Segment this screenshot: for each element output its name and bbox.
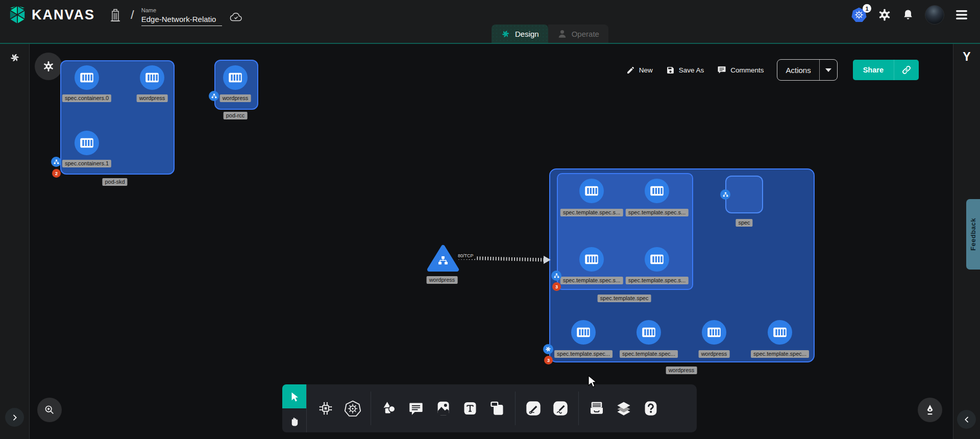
pen-path-tool[interactable] (522, 397, 545, 420)
toolbar-divider (371, 392, 371, 425)
copy-link-button[interactable] (894, 60, 919, 80)
node-container-template-1[interactable] (645, 179, 669, 203)
kanvas-logo-icon (8, 5, 27, 25)
select-tool-button[interactable] (282, 384, 306, 408)
magnifier-plus-icon (44, 404, 55, 416)
pan-hand-tool-button[interactable] (282, 408, 306, 432)
kanvas-logo[interactable]: KANVAS (8, 5, 95, 25)
text-tool[interactable] (458, 397, 482, 420)
note-tool[interactable] (485, 397, 509, 420)
dropdown-caret-icon (825, 68, 831, 72)
user-avatar[interactable] (925, 5, 944, 25)
node-container-deploy-0[interactable] (571, 320, 596, 345)
edge-port-label: 80/TCP (456, 253, 475, 259)
pencil-scribble-icon (552, 400, 569, 417)
comment-bubble-icon (408, 401, 424, 416)
node-container-template-3[interactable] (645, 247, 669, 272)
question-icon (643, 400, 659, 417)
shapes-tool[interactable] (377, 397, 401, 420)
kubernetes-context-count-badge: 1 (863, 4, 871, 13)
kubernetes-components-tool[interactable] (341, 397, 364, 420)
actions-dropdown-button[interactable] (819, 60, 837, 80)
node-container-wordpress[interactable] (140, 65, 164, 90)
group-label-deployment: wordpress (666, 367, 697, 374)
chip-icon (318, 401, 333, 416)
canvas-gear-button[interactable] (35, 53, 62, 80)
whiteboard-pen-button[interactable] (918, 398, 942, 422)
node-container-template-0[interactable] (579, 179, 604, 203)
link-icon (901, 65, 912, 75)
container-icon (583, 182, 600, 200)
kubernetes-context-icon[interactable]: 1 (851, 7, 867, 22)
kubernetes-icon (345, 400, 361, 417)
save-as-button[interactable]: Save As (666, 66, 704, 75)
mode-tabs: Design Operate (492, 25, 608, 43)
new-button[interactable]: New (626, 66, 653, 75)
notifications-bell-icon[interactable] (902, 9, 914, 21)
group-spec-template-spec[interactable] (557, 173, 693, 290)
container-icon (648, 251, 666, 268)
comments-button[interactable]: Comments (717, 65, 764, 75)
comment-icon (717, 65, 726, 75)
organization-icon[interactable] (109, 8, 121, 21)
tab-operate[interactable]: Operate (548, 25, 608, 43)
new-button-label: New (639, 66, 653, 74)
y-icon[interactable]: Y (963, 50, 970, 64)
pencil-draw-tool[interactable] (549, 397, 572, 420)
layers-tool[interactable] (612, 397, 635, 420)
node-container-template-2[interactable] (579, 247, 604, 272)
meshery-swirl-icon[interactable] (9, 52, 20, 63)
pod-relationship-badge[interactable] (551, 271, 561, 281)
group-label-template: spec.template.spec (598, 295, 651, 302)
sitemap-icon (722, 191, 729, 198)
node-container-wordpress-rcc[interactable] (223, 65, 248, 90)
feedback-tab[interactable]: Feedback (966, 199, 980, 270)
image-icon (435, 401, 451, 416)
pod-relationship-badge[interactable] (51, 157, 61, 167)
node-service-wordpress[interactable] (427, 243, 459, 272)
container-icon (705, 324, 723, 341)
deployment-relationship-badge[interactable] (543, 344, 553, 354)
save-as-button-label: Save As (679, 66, 704, 74)
drawer-tool[interactable] (585, 397, 608, 420)
error-count-badge[interactable]: 3 (544, 356, 553, 364)
hamburger-menu-icon[interactable] (955, 10, 968, 20)
sticky-note-icon (489, 401, 505, 416)
node-container-deploy-3[interactable] (768, 320, 792, 345)
node-container-spec-containers-1[interactable] (75, 131, 99, 155)
comment-tool[interactable] (404, 397, 428, 420)
actions-button[interactable]: Actions (777, 60, 819, 80)
settings-gear-icon[interactable] (878, 8, 891, 21)
design-name-input[interactable] (141, 13, 222, 26)
zoom-button[interactable] (37, 398, 62, 422)
container-icon (583, 251, 600, 268)
node-label: spec.template.spec... (620, 350, 678, 358)
tab-design[interactable]: Design (492, 25, 548, 43)
expand-left-panel-button[interactable] (5, 408, 24, 427)
image-tool[interactable] (431, 397, 455, 420)
pod-relationship-badge[interactable] (209, 91, 219, 101)
node-container-spec-containers-0[interactable] (75, 65, 99, 90)
text-icon (462, 401, 478, 416)
node-container-deploy-1[interactable] (636, 320, 661, 345)
node-label: wordpress (699, 350, 730, 358)
component-library-tool[interactable] (314, 397, 337, 420)
group-label-pod-skd: pod-skd (102, 178, 127, 186)
pod-relationship-badge[interactable] (720, 189, 730, 200)
comments-button-label: Comments (730, 66, 764, 74)
node-spec[interactable] (725, 176, 763, 213)
share-split-button: Share (853, 60, 919, 80)
collapse-right-panel-button[interactable] (957, 410, 976, 429)
share-button[interactable]: Share (853, 60, 894, 80)
container-icon (771, 324, 789, 341)
cloud-saved-icon (229, 12, 242, 22)
breadcrumb-separator: / (131, 8, 134, 22)
error-count-badge[interactable]: 2 (52, 169, 61, 178)
sitemap-icon (211, 93, 217, 100)
error-count-badge[interactable]: 3 (552, 282, 561, 291)
node-label-service: wordpress (427, 276, 458, 284)
node-label: spec.template.spec... (751, 350, 809, 358)
help-tool[interactable] (639, 397, 663, 420)
node-container-deploy-2[interactable] (702, 320, 726, 345)
swirl-icon (545, 346, 552, 353)
